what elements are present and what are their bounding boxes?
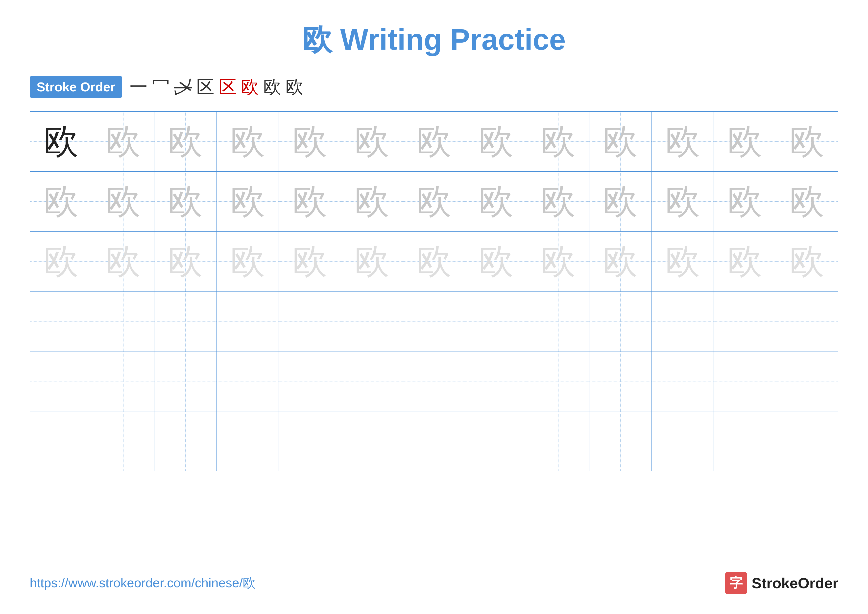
grid-cell[interactable] bbox=[652, 351, 714, 411]
practice-char: 欧 bbox=[168, 184, 203, 219]
grid-cell[interactable] bbox=[589, 292, 651, 351]
practice-char: 欧 bbox=[230, 124, 265, 159]
grid-cell[interactable]: 欧 bbox=[527, 232, 589, 291]
grid-cell[interactable] bbox=[527, 292, 589, 351]
grid-cell[interactable]: 欧 bbox=[30, 232, 92, 291]
grid-cell[interactable] bbox=[652, 411, 714, 471]
grid-cell[interactable] bbox=[589, 351, 651, 411]
grid-cell[interactable]: 欧 bbox=[154, 172, 217, 231]
practice-char: 欧 bbox=[665, 184, 700, 219]
grid-cell[interactable]: 欧 bbox=[776, 172, 838, 231]
grid-cell[interactable]: 欧 bbox=[527, 112, 589, 171]
footer-url[interactable]: https://www.strokeorder.com/chinese/欧 bbox=[30, 574, 256, 592]
grid-cell[interactable] bbox=[341, 292, 403, 351]
grid-cell[interactable] bbox=[92, 411, 154, 471]
grid-cell[interactable] bbox=[217, 292, 279, 351]
grid-cell[interactable]: 欧 bbox=[92, 172, 154, 231]
grid-cell[interactable]: 欧 bbox=[341, 232, 403, 291]
grid-cell[interactable]: 欧 bbox=[652, 232, 714, 291]
grid-cell[interactable]: 欧 bbox=[154, 112, 217, 171]
stroke-step-7: 欧 bbox=[263, 75, 281, 99]
grid-cell[interactable] bbox=[652, 292, 714, 351]
stroke-step-3: 乄 bbox=[174, 75, 192, 99]
grid-cell[interactable] bbox=[403, 411, 465, 471]
grid-cell[interactable] bbox=[465, 411, 527, 471]
grid-cell[interactable]: 欧 bbox=[527, 172, 589, 231]
grid-cell[interactable] bbox=[341, 351, 403, 411]
grid-cell[interactable]: 欧 bbox=[465, 112, 527, 171]
stroke-order-row: Stroke Order 一 冖 乄 区 区 欧 欧 欧 bbox=[30, 75, 838, 99]
grid-cell[interactable] bbox=[217, 411, 279, 471]
grid-cell[interactable]: 欧 bbox=[154, 232, 217, 291]
grid-cell[interactable]: 欧 bbox=[465, 172, 527, 231]
grid-cell[interactable]: 欧 bbox=[714, 172, 776, 231]
grid-cell[interactable]: 欧 bbox=[217, 112, 279, 171]
grid-cell[interactable] bbox=[714, 292, 776, 351]
grid-cell[interactable]: 欧 bbox=[217, 172, 279, 231]
grid-cell[interactable]: 欧 bbox=[92, 232, 154, 291]
grid-cell[interactable] bbox=[403, 351, 465, 411]
grid-cell[interactable]: 欧 bbox=[341, 112, 403, 171]
grid-cell[interactable] bbox=[279, 351, 341, 411]
grid-cell[interactable] bbox=[527, 411, 589, 471]
grid-cell[interactable] bbox=[465, 292, 527, 351]
practice-char: 欧 bbox=[293, 184, 327, 219]
grid-cell[interactable] bbox=[279, 292, 341, 351]
grid-cell[interactable]: 欧 bbox=[341, 172, 403, 231]
grid-cell[interactable] bbox=[776, 292, 838, 351]
grid-cell[interactable]: 欧 bbox=[714, 112, 776, 171]
practice-char: 欧 bbox=[727, 244, 762, 279]
grid-cell[interactable]: 欧 bbox=[652, 172, 714, 231]
grid-cell[interactable] bbox=[92, 351, 154, 411]
grid-cell[interactable]: 欧 bbox=[279, 232, 341, 291]
grid-cell[interactable]: 欧 bbox=[589, 232, 651, 291]
grid-cell[interactable] bbox=[30, 351, 92, 411]
title-row: 欧 Writing Practice bbox=[30, 20, 838, 60]
grid-cell[interactable] bbox=[30, 411, 92, 471]
grid-cell[interactable]: 欧 bbox=[776, 112, 838, 171]
stroke-step-6: 欧 bbox=[241, 75, 259, 99]
grid-cell[interactable] bbox=[527, 351, 589, 411]
practice-char: 欧 bbox=[603, 124, 638, 159]
grid-cell[interactable] bbox=[154, 411, 217, 471]
practice-char: 欧 bbox=[106, 124, 141, 159]
practice-char: 欧 bbox=[541, 184, 575, 219]
page: 欧 Writing Practice Stroke Order 一 冖 乄 区 … bbox=[0, 0, 868, 614]
practice-char: 欧 bbox=[727, 184, 762, 219]
grid-cell[interactable]: 欧 bbox=[403, 112, 465, 171]
stroke-step-5: 区 bbox=[219, 75, 237, 99]
grid-cell[interactable] bbox=[776, 351, 838, 411]
grid-cell[interactable]: 欧 bbox=[403, 232, 465, 291]
grid-cell[interactable]: 欧 bbox=[279, 112, 341, 171]
practice-char: 欧 bbox=[417, 244, 451, 279]
grid-cell[interactable] bbox=[714, 411, 776, 471]
grid-cell[interactable]: 欧 bbox=[652, 112, 714, 171]
grid-cell[interactable]: 欧 bbox=[776, 232, 838, 291]
grid-cell[interactable]: 欧 bbox=[92, 112, 154, 171]
grid-cell[interactable]: 欧 bbox=[589, 112, 651, 171]
grid-cell[interactable] bbox=[714, 351, 776, 411]
grid-cell[interactable] bbox=[154, 292, 217, 351]
grid-cell[interactable] bbox=[776, 411, 838, 471]
grid-cell[interactable]: 欧 bbox=[217, 232, 279, 291]
grid-cell[interactable]: 欧 bbox=[279, 172, 341, 231]
practice-char: 欧 bbox=[168, 124, 203, 159]
grid-cell[interactable]: 欧 bbox=[714, 232, 776, 291]
grid-cell[interactable] bbox=[589, 411, 651, 471]
grid-cell[interactable] bbox=[217, 351, 279, 411]
grid-cell[interactable] bbox=[279, 411, 341, 471]
grid-cell[interactable] bbox=[30, 292, 92, 351]
grid-row-2: 欧欧欧欧欧欧欧欧欧欧欧欧欧 bbox=[30, 172, 838, 232]
grid-cell[interactable]: 欧 bbox=[589, 172, 651, 231]
grid-cell[interactable] bbox=[92, 292, 154, 351]
practice-char: 欧 bbox=[44, 184, 78, 219]
grid-cell[interactable]: 欧 bbox=[465, 232, 527, 291]
grid-cell[interactable]: 欧 bbox=[403, 172, 465, 231]
grid-cell[interactable] bbox=[154, 351, 217, 411]
grid-cell[interactable] bbox=[465, 351, 527, 411]
grid-cell[interactable] bbox=[403, 292, 465, 351]
practice-char: 欧 bbox=[293, 124, 327, 159]
grid-cell[interactable]: 欧 bbox=[30, 172, 92, 231]
grid-cell[interactable]: 欧 bbox=[30, 112, 92, 171]
grid-cell[interactable] bbox=[341, 411, 403, 471]
